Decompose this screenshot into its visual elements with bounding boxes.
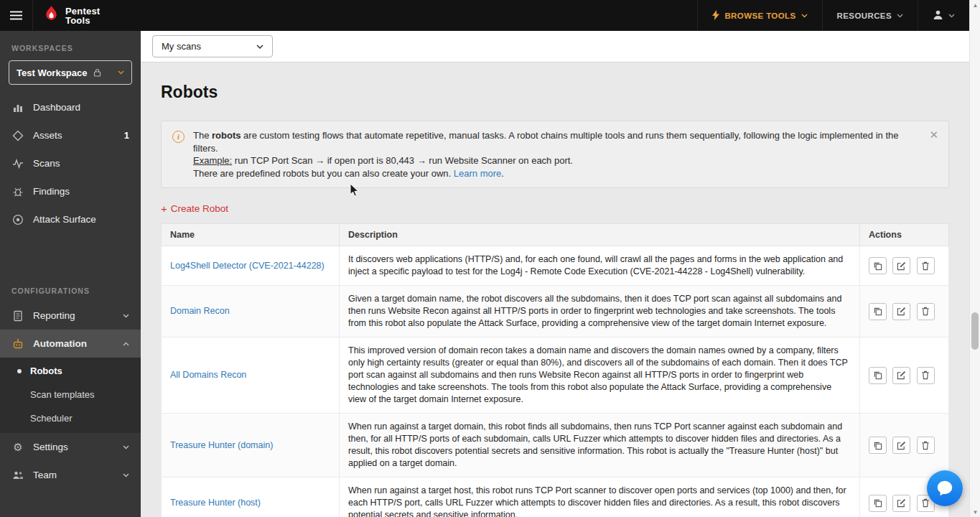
robot-name-link[interactable]: Treasure Hunter (domain): [170, 440, 273, 450]
robot-description: When run against a target host, this rob…: [340, 478, 860, 517]
page-title: Robots: [161, 83, 949, 102]
column-header-actions: Actions: [860, 224, 949, 246]
sidebar-item-scan-templates[interactable]: Scan templates: [0, 383, 141, 406]
delete-robot-button[interactable]: [917, 367, 935, 384]
learn-more-link[interactable]: Learn more: [454, 168, 501, 179]
report-icon: [11, 310, 24, 322]
sidebar-item-assets[interactable]: Assets 1: [0, 121, 141, 149]
sidebar-subitem-label: Robots: [30, 365, 62, 376]
top-navigation-bar: Pentest Tools BROWSE TOOLS RESOURCES: [0, 0, 980, 31]
sidebar: WORKSPACES Test Workspace Dashboard Asse…: [0, 31, 141, 517]
pentest-tools-logo[interactable]: Pentest Tools: [33, 5, 110, 26]
sidebar-item-label: Scans: [33, 158, 60, 169]
chevron-down-icon: [897, 14, 903, 18]
robot-name-link[interactable]: Domain Recon: [170, 306, 230, 316]
user-icon: [933, 9, 943, 22]
duplicate-robot-button[interactable]: [869, 303, 887, 320]
banner-line-1: The robots are custom testing flows that…: [193, 129, 917, 154]
column-header-name: Name: [162, 224, 340, 246]
info-icon: i: [172, 131, 185, 143]
edit-robot-button[interactable]: [892, 437, 910, 454]
robot-icon: [11, 338, 24, 350]
sidebar-item-scans[interactable]: Scans: [0, 149, 141, 177]
sidebar-item-label: Settings: [33, 442, 68, 452]
configurations-section-label: CONFIGURATIONS: [0, 274, 141, 302]
robot-name-link[interactable]: All Domains Recon: [170, 370, 246, 380]
sidebar-item-label: Assets: [33, 130, 62, 141]
delete-robot-button[interactable]: [917, 257, 935, 274]
table-row: Treasure Hunter (host) When run against …: [162, 478, 949, 517]
table-row: All Domains Recon This improved version …: [162, 337, 949, 414]
edit-robot-button[interactable]: [892, 303, 910, 320]
sidebar-subitem-label: Scan templates: [30, 389, 95, 400]
duplicate-robot-button[interactable]: [869, 437, 887, 454]
sidebar-item-label: Attack Surface: [33, 214, 96, 225]
account-menu[interactable]: [918, 0, 969, 31]
sidebar-item-attack-surface[interactable]: Attack Surface: [0, 205, 141, 233]
bug-icon: [11, 186, 24, 197]
sidebar-item-automation[interactable]: Automation: [0, 330, 141, 358]
scrollbar-thumb[interactable]: [971, 312, 979, 350]
gear-icon: ⚙: [11, 441, 24, 454]
attack-surface-icon: [11, 214, 24, 225]
scroll-up-arrow[interactable]: ▲: [970, 0, 980, 10]
chevron-up-icon: [123, 342, 129, 346]
create-robot-button[interactable]: + Create Robot: [161, 203, 228, 214]
robot-description: When run against a target domain, this r…: [340, 414, 860, 478]
scan-context-bar: My scans: [141, 31, 969, 62]
automation-submenu: Robots Scan templates Scheduler: [0, 358, 141, 433]
robot-description: This improved version of domain recon ta…: [340, 337, 860, 414]
main-content: My scans Robots i The robots are custom …: [141, 31, 969, 517]
logo-text: Pentest Tools: [65, 6, 100, 25]
banner-line-2: Example: run TCP Port Scan → if open por…: [193, 154, 917, 167]
sidebar-item-robots[interactable]: Robots: [0, 359, 141, 383]
duplicate-robot-button[interactable]: [869, 495, 887, 512]
chevron-down-icon: [801, 14, 808, 18]
chevron-down-icon: [123, 473, 129, 478]
edit-robot-button[interactable]: [892, 495, 910, 512]
resources-menu[interactable]: RESOURCES: [822, 0, 918, 31]
close-icon[interactable]: ✕: [929, 129, 938, 141]
duplicate-robot-button[interactable]: [869, 257, 887, 274]
scrollbar[interactable]: ▲ ▼: [969, 0, 980, 517]
banner-line-3: There are predefined robots but you can …: [193, 167, 917, 180]
scroll-down-arrow[interactable]: ▼: [970, 507, 980, 517]
lightning-bolt-icon: [712, 10, 719, 22]
browse-tools-menu[interactable]: BROWSE TOOLS: [697, 0, 821, 31]
sidebar-item-settings[interactable]: ⚙ Settings: [0, 433, 141, 461]
delete-robot-button[interactable]: [917, 303, 935, 320]
chat-widget-button[interactable]: [927, 470, 963, 506]
workspace-selector[interactable]: Test Workspace: [9, 60, 132, 85]
edit-robot-button[interactable]: [892, 257, 910, 274]
robot-name-link[interactable]: Treasure Hunter (host): [170, 498, 261, 508]
table-row: Treasure Hunter (domain) When run agains…: [162, 414, 949, 478]
robot-name-link[interactable]: Log4Shell Detector (CVE-2021-44228): [170, 261, 325, 271]
sidebar-item-scheduler[interactable]: Scheduler: [0, 406, 141, 430]
chevron-down-icon: [123, 445, 129, 450]
browse-tools-label: BROWSE TOOLS: [724, 11, 795, 20]
sidebar-item-findings[interactable]: Findings: [0, 177, 141, 205]
edit-robot-button[interactable]: [892, 367, 910, 384]
plus-icon: +: [161, 204, 167, 213]
sidebar-item-team[interactable]: Team: [0, 461, 141, 489]
chevron-down-icon: [948, 14, 955, 18]
lock-icon: [93, 68, 101, 77]
table-row: Domain Recon Given a target domain name,…: [162, 286, 949, 337]
hamburger-menu-icon[interactable]: [0, 0, 33, 31]
robot-description: Given a target domain name, the robot di…: [340, 286, 860, 337]
sidebar-item-dashboard[interactable]: Dashboard: [0, 93, 141, 121]
delete-robot-button[interactable]: [917, 437, 935, 454]
team-icon: [11, 470, 24, 481]
my-scans-select-value: My scans: [162, 41, 201, 52]
sidebar-item-label: Automation: [33, 338, 87, 349]
pentest-tools-logo-mark: [43, 5, 60, 26]
workspaces-section-label: WORKSPACES: [0, 31, 141, 59]
sidebar-item-reporting[interactable]: Reporting: [0, 302, 141, 330]
sidebar-subitem-label: Scheduler: [30, 413, 73, 424]
chevron-down-icon: [256, 45, 263, 49]
sidebar-item-label: Reporting: [33, 310, 75, 321]
my-scans-select[interactable]: My scans: [152, 35, 273, 57]
chat-icon: [935, 479, 954, 498]
chevron-down-icon: [118, 70, 124, 75]
duplicate-robot-button[interactable]: [869, 367, 887, 384]
